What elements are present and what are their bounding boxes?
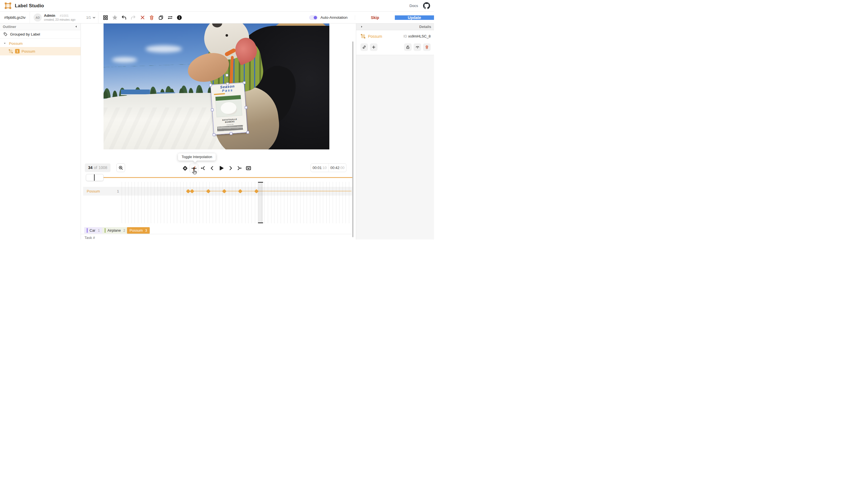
task-number-label: Task # xyxy=(85,235,95,240)
hide-region-button[interactable] xyxy=(413,43,421,51)
vertical-scrollbar[interactable] xyxy=(352,41,353,237)
label-studio-logo-icon xyxy=(4,2,11,9)
docs-link[interactable]: Docs xyxy=(409,4,418,8)
grouping-selector[interactable]: Grouped by Label xyxy=(0,30,81,39)
label-chip-car[interactable]: Car 1 xyxy=(84,227,102,234)
star-button[interactable] xyxy=(112,14,118,21)
annotation-id: #1001 xyxy=(60,14,68,18)
app-header: Label Studio Docs xyxy=(0,0,434,12)
collapse-left-icon[interactable] xyxy=(74,25,78,28)
timeline-track-count: 1 xyxy=(117,189,119,193)
info-button[interactable] xyxy=(176,14,183,21)
keyframe-add-button[interactable] xyxy=(181,164,189,172)
grid-view-button[interactable] xyxy=(102,14,109,21)
video-snow-shading xyxy=(103,107,228,150)
eye-icon xyxy=(415,45,420,50)
chevron-down-icon[interactable] xyxy=(92,16,96,20)
resize-handle-bottom[interactable] xyxy=(229,132,232,135)
current-frame[interactable]: 34 xyxy=(88,165,93,170)
interpolation-icon xyxy=(191,165,197,171)
region-list-item-possum[interactable]: 1 Possum xyxy=(0,47,81,55)
timeline-playhead-column[interactable] xyxy=(258,182,263,223)
undo-button[interactable] xyxy=(121,14,127,21)
toolbar-right-cluster: Auto-Annotation Skip Update xyxy=(309,12,434,23)
delete-annotation-button[interactable] xyxy=(148,14,155,21)
possum-bounding-box[interactable] xyxy=(210,83,248,135)
video-cloud xyxy=(112,57,137,63)
tree-group-possum[interactable]: Possum xyxy=(0,40,81,47)
outliner-header: Outliner xyxy=(0,24,81,30)
region-id: IDxs9mHLSC_8 xyxy=(403,34,431,38)
skip-button[interactable]: Skip xyxy=(355,15,395,20)
bottom-divider xyxy=(81,234,352,234)
resize-handle-right[interactable] xyxy=(245,106,248,109)
region-index-badge: 1 xyxy=(15,49,20,54)
region-item-label: Possum xyxy=(22,49,35,54)
collapse-right-icon[interactable] xyxy=(360,25,363,28)
plus-icon xyxy=(372,45,376,49)
next-frame-button[interactable] xyxy=(226,164,235,172)
settings-transfer-button[interactable] xyxy=(167,14,174,21)
resize-handle-bottom-left[interactable] xyxy=(213,133,215,136)
label-chip-possum[interactable]: Possum 3 xyxy=(127,227,150,234)
seek-viewport-handle[interactable] xyxy=(86,174,103,181)
github-icon[interactable] xyxy=(423,2,430,9)
auto-annotation-label: Auto-Annotation xyxy=(320,15,347,20)
tooltip: Toggle Interpolation xyxy=(178,153,216,161)
label-color-stripe xyxy=(87,228,88,233)
label-chip-airplane[interactable]: Airplane 2 xyxy=(102,227,128,234)
region-row[interactable]: Possum IDxs9mHLSC_8 xyxy=(361,34,431,39)
next-keyframe-button[interactable] xyxy=(235,164,244,172)
resize-handle-top[interactable] xyxy=(226,83,229,85)
toolbar-icon-group xyxy=(98,12,183,23)
annotator-name: Admin xyxy=(44,14,55,18)
selected-region-card: Possum IDxs9mHLSC_8 xyxy=(356,30,434,55)
frames-panel-toggle-button[interactable] xyxy=(244,164,253,172)
duplicate-button[interactable] xyxy=(158,14,164,21)
chevron-right-icon xyxy=(228,165,234,171)
toggle-interpolation-button[interactable] xyxy=(189,164,198,172)
total-duration: 00:42:00 xyxy=(329,166,346,170)
tag-icon xyxy=(3,32,7,36)
delete-region-button[interactable] xyxy=(423,43,431,51)
outliner-panel: Outliner Grouped by Label Possum 1 Possu… xyxy=(0,24,81,240)
details-title: Details xyxy=(419,25,431,29)
reject-button[interactable] xyxy=(139,14,146,21)
seek-range-line[interactable] xyxy=(90,177,352,178)
details-header: Details xyxy=(356,24,434,30)
toggle-knob xyxy=(314,16,317,19)
seek-playhead[interactable] xyxy=(94,174,95,181)
task-id[interactable]: #9pb8Lgs2iv xyxy=(0,12,30,23)
resize-handle-bottom-right[interactable] xyxy=(247,131,249,134)
play-button[interactable] xyxy=(217,164,226,172)
lock-region-button[interactable] xyxy=(404,43,412,51)
resize-handle-top-right[interactable] xyxy=(243,82,246,84)
label-color-stripe xyxy=(105,228,105,233)
frame-counter[interactable]: 34 of 1008 xyxy=(85,163,111,172)
previous-frame-button[interactable] xyxy=(208,164,217,172)
timeline-track-label[interactable]: Possum xyxy=(87,189,100,193)
timeline-zoom-button[interactable] xyxy=(116,163,125,172)
resize-handle-top-left[interactable] xyxy=(209,84,212,87)
link-icon xyxy=(362,45,366,49)
play-icon xyxy=(218,165,224,171)
tree-group-label: Possum xyxy=(9,41,23,45)
add-relation-button[interactable] xyxy=(370,43,377,51)
annotation-info[interactable]: AD Admin #1001 created, 23 minutes ago 1… xyxy=(30,12,98,23)
auto-annotation-toggle[interactable] xyxy=(309,15,318,20)
redo-button[interactable] xyxy=(130,14,136,21)
magnifier-plus-icon xyxy=(118,165,123,170)
region-label: Possum xyxy=(368,34,382,39)
update-button[interactable]: Update xyxy=(395,15,434,20)
rotation-handle[interactable] xyxy=(225,74,228,77)
total-frames: 1008 xyxy=(98,165,107,170)
current-time[interactable]: 00:01:10 xyxy=(311,166,329,170)
caret-down-icon[interactable] xyxy=(3,42,6,45)
diamond-plus-icon xyxy=(182,165,188,171)
bounding-box-region-icon xyxy=(8,49,13,54)
link-region-button[interactable] xyxy=(361,43,368,51)
previous-keyframe-button[interactable] xyxy=(199,164,208,172)
resize-handle-left[interactable] xyxy=(211,108,214,111)
next-keyframe-icon xyxy=(237,165,242,171)
details-panel: Details Possum IDxs9mHLSC_8 xyxy=(356,24,434,240)
